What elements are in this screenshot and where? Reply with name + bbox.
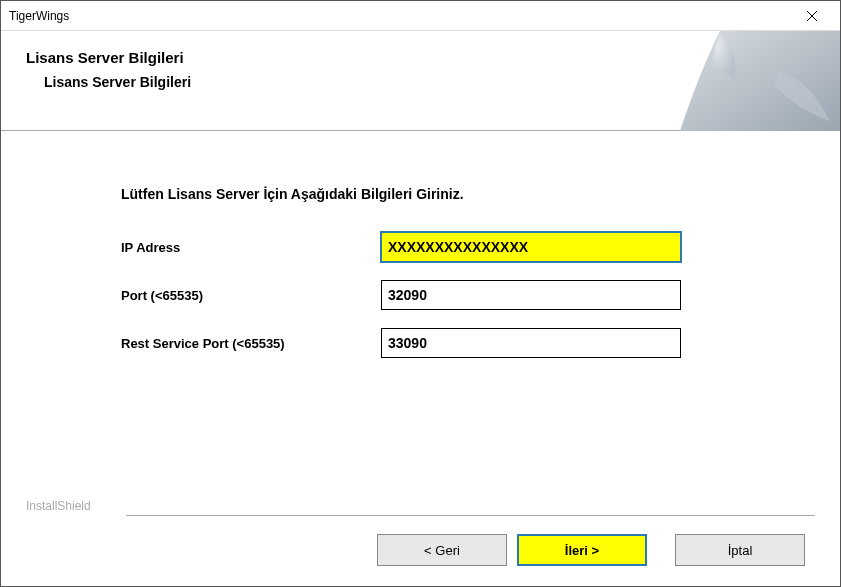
rest-port-input[interactable] [381, 328, 681, 358]
back-button[interactable]: < Geri [377, 534, 507, 566]
port-input[interactable] [381, 280, 681, 310]
rest-port-label: Rest Service Port (<65535) [121, 336, 381, 351]
form-row-ip: IP Adress [121, 232, 720, 262]
ip-label: IP Adress [121, 240, 381, 255]
close-icon [806, 10, 818, 22]
ip-input[interactable] [381, 232, 681, 262]
footer-divider [126, 515, 815, 516]
cancel-button[interactable]: İptal [675, 534, 805, 566]
form-row-port: Port (<65535) [121, 280, 720, 310]
button-row: < Geri İleri > İptal [26, 534, 815, 566]
form-row-rest-port: Rest Service Port (<65535) [121, 328, 720, 358]
header-banner: Lisans Server Bilgileri Lisans Server Bi… [1, 31, 840, 131]
window-title: TigerWings [9, 9, 69, 23]
content-area: Lütfen Lisans Server İçin Aşağıdaki Bilg… [1, 131, 840, 358]
next-button[interactable]: İleri > [517, 534, 647, 566]
instruction-text: Lütfen Lisans Server İçin Aşağıdaki Bilg… [121, 186, 720, 202]
close-button[interactable] [792, 2, 832, 30]
installer-window: TigerWings Lisans Server Bilgileri Lisan… [0, 0, 841, 587]
titlebar: TigerWings [1, 1, 840, 31]
banner-graphic-icon [680, 31, 840, 131]
installshield-brand: InstallShield [26, 499, 815, 513]
footer: InstallShield < Geri İleri > İptal [1, 499, 840, 586]
port-label: Port (<65535) [121, 288, 381, 303]
